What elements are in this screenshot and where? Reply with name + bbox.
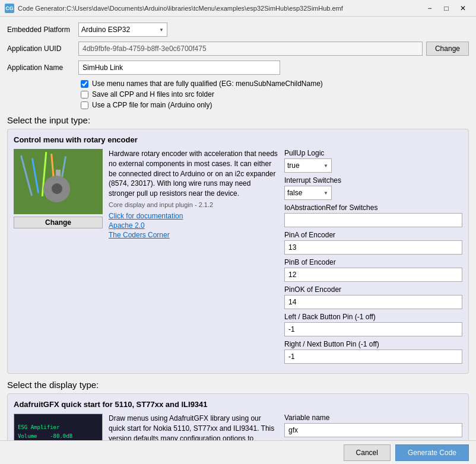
pina-group: PinA of Encoder [284,231,462,255]
leftback-group: Left / Back Button Pin (-1 off) [284,313,462,336]
checkbox-row-1: Use menu names that are fully qualified … [81,80,469,88]
pullup-label: PullUp Logic [284,149,462,157]
input-plugin-title: Control menu with rotary encoder [14,135,462,144]
varname-group: Variable name [284,414,462,437]
interrupt-label: Interrupt Switches [284,176,462,185]
ioabstraction-group: IoAbstractionRef for Switches [284,204,462,227]
app-name-label: Application Name [7,63,78,72]
rightnext-group: Right / Next Button Pin (-1 off) [284,340,462,364]
display-plugin-desc: Draw menus using AdafruitGFX library usi… [109,414,278,440]
input-plugin-fields: PullUp Logic true false Interrupt Switch… [284,149,462,367]
pinok-label: PinOK of Encoder [284,285,462,294]
interrupt-group: Interrupt Switches false true [284,176,462,200]
rightnext-label: Right / Next Button Pin (-1 off) [284,340,462,348]
ioabstraction-label: IoAbstractionRef for Switches [284,204,462,212]
app-name-input[interactable] [78,61,280,75]
input-plugin-desc: Hardware rotary encoder with acceleratio… [109,149,278,367]
pullup-select-wrapper: true false [284,158,332,173]
input-section-header: Select the input type: [7,115,469,125]
generate-code-button[interactable]: Generate Code [395,444,469,461]
cancel-button[interactable]: Cancel [344,444,391,461]
input-plugin-description: Hardware rotary encoder with acceleratio… [109,149,278,199]
display-plugin-description: Draw menus using AdafruitGFX library usi… [109,414,278,440]
platform-select-wrapper: Arduino ESP32 [78,23,167,37]
platform-label: Embedded Platform [7,26,78,34]
pinok-group: PinOK of Encoder [284,285,462,309]
maximize-button[interactable]: □ [438,0,455,17]
input-author-link[interactable]: The Coders Corner [109,231,278,239]
interrupt-select[interactable]: false true [284,186,332,200]
pinb-label: PinB of Encoder [284,258,462,266]
display-image: ESG Amplifier Volume -80.0dB Channels Tu… [14,414,103,440]
ioabstraction-input[interactable] [284,213,462,227]
pullup-select[interactable]: true false [284,158,332,173]
uuid-row: Application UUID Change [7,42,469,56]
display-line-2: Volume -80.0dB [18,432,72,440]
input-license-link[interactable]: Apache 2.0 [109,221,278,230]
leftback-input[interactable] [284,322,462,336]
display-image-col: ESG Amplifier Volume -80.0dB Channels Tu… [14,414,103,440]
content-wrapper: Embedded Platform Arduino ESP32 Applicat… [0,17,476,464]
platform-row: Embedded Platform Arduino ESP32 [7,23,469,37]
minimize-button[interactable]: − [421,0,438,17]
checkbox-qualified-label: Use menu names that are fully qualified … [92,80,323,88]
pinb-group: PinB of Encoder [284,258,462,282]
input-plugin-card: Control menu with rotary encoder [7,129,469,374]
input-change-button[interactable]: Change [14,217,103,228]
uuid-label: Application UUID [7,45,78,53]
pullup-group: PullUp Logic true false [284,149,462,173]
title-bar-left: CG Code Generator:C:\Users\dave\Document… [5,4,343,13]
close-button[interactable]: ✕ [455,0,471,17]
varname-label: Variable name [284,414,462,422]
app-name-row: Application Name [7,61,469,75]
checkbox-src-folder[interactable] [81,91,88,98]
uuid-input[interactable] [78,42,423,56]
main-form: Embedded Platform Arduino ESP32 Applicat… [0,17,476,440]
app-icon: CG [5,4,14,13]
scroll-content: Embedded Platform Arduino ESP32 Applicat… [0,17,476,440]
pina-input[interactable] [284,240,462,255]
pinb-input[interactable] [284,268,462,282]
checkbox-qualified-names[interactable] [81,80,88,88]
checkbox-row-2: Save all CPP and H files into src folder [81,90,469,98]
pinok-input[interactable] [284,295,462,309]
platform-select[interactable]: Arduino ESP32 [78,23,167,37]
pina-label: PinA of Encoder [284,231,462,239]
display-plugin-fields: Variable name Display type [284,414,462,440]
display-section-header: Select the display type: [7,380,469,390]
display-plugin-body: ESG Amplifier Volume -80.0dB Channels Tu… [14,414,462,440]
input-plugin-image-col: Change [14,149,103,367]
checkbox-cpp-main[interactable] [81,101,88,109]
bottom-bar: Cancel Generate Code [0,440,476,464]
rightnext-input[interactable] [284,349,462,364]
window-controls: − □ ✕ [421,0,471,17]
input-doc-link[interactable]: Click for documentation [109,212,278,220]
display-plugin-title: AdafruitGFX quick start for 5110, ST77xx… [14,400,462,409]
interrupt-select-wrapper: false true [284,186,332,200]
uuid-change-button[interactable]: Change [426,42,469,56]
encoder-image [14,149,103,214]
leftback-label: Left / Back Button Pin (-1 off) [284,313,462,321]
varname-input[interactable] [284,423,462,437]
input-plugin-version: Core display and input plugin - 2.1.2 [109,201,278,208]
display-line-1: ESG Amplifier [18,423,59,431]
input-plugin-body: Change Hardware rotary encoder with acce… [14,149,462,367]
window-title: Code Generator:C:\Users\dave\Documents\A… [18,5,343,12]
checkbox-cpp-label: Use a CPP file for main (Arduino only) [92,101,212,109]
title-bar: CG Code Generator:C:\Users\dave\Document… [0,0,476,17]
checkbox-src-label: Save all CPP and H files into src folder [92,90,214,98]
checkbox-row-3: Use a CPP file for main (Arduino only) [81,101,469,109]
display-plugin-card: AdafruitGFX quick start for 5110, ST77xx… [7,393,469,440]
